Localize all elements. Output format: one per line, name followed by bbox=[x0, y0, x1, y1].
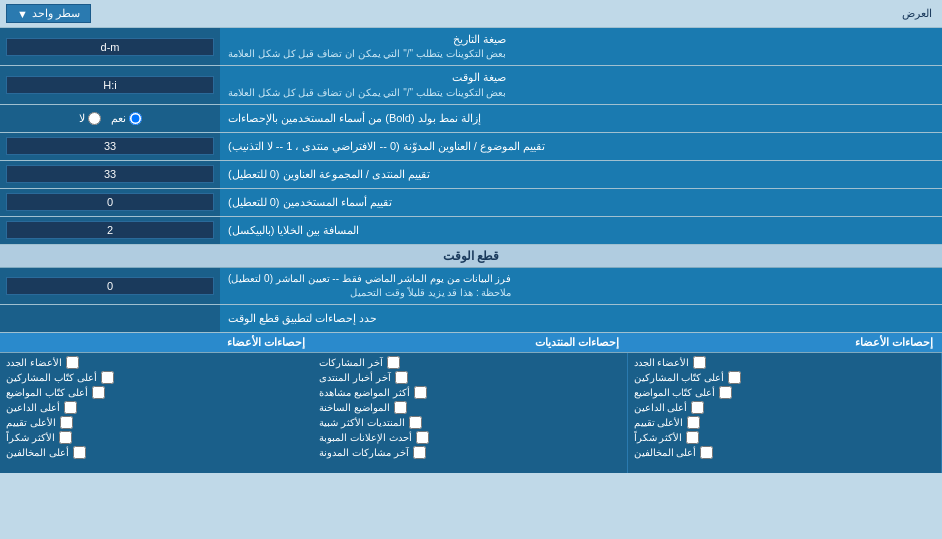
stats-item: المواضيع الساخنة bbox=[317, 400, 622, 415]
display-dropdown[interactable]: سطر واحد ▼ bbox=[6, 4, 91, 23]
cutoff-input[interactable] bbox=[6, 277, 214, 295]
stats-col-header-0: إحصاءات الأعضاء bbox=[0, 333, 313, 352]
stats-item: الأكثر شكراً bbox=[4, 430, 309, 445]
stats-checkbox[interactable] bbox=[66, 356, 79, 369]
dropdown-arrow-icon: ▼ bbox=[17, 8, 28, 20]
stats-col-1: آخر المشاركات آخر أخبار المنتدى أكثر الم… bbox=[313, 353, 627, 473]
stats-checkbox[interactable] bbox=[700, 446, 713, 459]
stats-checkbox[interactable] bbox=[687, 416, 700, 429]
forum-headings-row: تقييم المنتدى / المجموعة العناوين (0 للت… bbox=[0, 161, 942, 189]
cutoff-input-container bbox=[0, 268, 220, 304]
stats-checkbox[interactable] bbox=[92, 386, 105, 399]
stats-item: الأعلى تقييم bbox=[632, 415, 937, 430]
date-format-input-container bbox=[0, 28, 220, 65]
bold-names-label: إزالة نمط بولد (Bold) من أسماء المستخدمي… bbox=[220, 105, 942, 132]
stats-items-container: الأعضاء الجدد أعلى كتّاب المشاركين أعلى … bbox=[0, 353, 942, 473]
bold-names-row: إزالة نمط بولد (Bold) من أسماء المستخدمي… bbox=[0, 105, 942, 133]
date-format-row: صيغة التاريخ بعض التكوينات يتطلب "/" الت… bbox=[0, 28, 942, 66]
stats-header-spacer bbox=[0, 305, 220, 332]
stats-checkbox[interactable] bbox=[719, 386, 732, 399]
stats-col-header-1: إحصاءات المنتديات bbox=[313, 333, 627, 352]
stats-item: آخر مشاركات المدونة bbox=[317, 445, 622, 460]
top-row-label: العرض bbox=[91, 7, 936, 20]
stats-col-0: الأعضاء الجدد أعلى كتّاب المشاركين أعلى … bbox=[0, 353, 313, 473]
stats-item: الأعضاء الجدد bbox=[632, 355, 937, 370]
radio-no[interactable] bbox=[88, 112, 101, 125]
topic-headings-label: تقييم الموضوع / العناوين المدوّنة (0 -- … bbox=[220, 133, 942, 160]
stats-checkbox[interactable] bbox=[60, 416, 73, 429]
stats-item: الأكثر شكراً bbox=[632, 430, 937, 445]
stats-checkbox[interactable] bbox=[64, 401, 77, 414]
time-format-input-container bbox=[0, 66, 220, 103]
stats-item: الأعضاء الجدد bbox=[4, 355, 309, 370]
stats-checkbox[interactable] bbox=[101, 371, 114, 384]
stats-item: آخر أخبار المنتدى bbox=[317, 370, 622, 385]
stats-checkbox[interactable] bbox=[394, 401, 407, 414]
stats-item: أعلى المخالفين bbox=[4, 445, 309, 460]
topic-headings-input-container bbox=[0, 133, 220, 160]
radio-no-label: لا bbox=[79, 112, 101, 125]
stats-checkbox[interactable] bbox=[728, 371, 741, 384]
stats-checkbox[interactable] bbox=[73, 446, 86, 459]
dropdown-label: سطر واحد bbox=[32, 7, 80, 20]
stats-checkbox[interactable] bbox=[59, 431, 72, 444]
stats-col-header-2: إحصاءات الأعضاء bbox=[628, 333, 942, 352]
top-row: العرض سطر واحد ▼ bbox=[0, 0, 942, 28]
radio-yes[interactable] bbox=[129, 112, 142, 125]
time-format-label: صيغة الوقت بعض التكوينات يتطلب "/" التي … bbox=[220, 66, 942, 103]
forum-headings-label: تقييم المنتدى / المجموعة العناوين (0 للت… bbox=[220, 161, 942, 188]
radio-yes-label: نعم bbox=[111, 112, 142, 125]
stats-item: أعلى المخالفين bbox=[632, 445, 937, 460]
stats-col-headers: إحصاءات الأعضاء إحصاءات المنتديات إحصاءا… bbox=[0, 333, 942, 353]
stats-checkbox[interactable] bbox=[414, 386, 427, 399]
stats-header-row: حدد إحصاءات لتطبيق قطع الوقت bbox=[0, 305, 942, 333]
bold-names-radio-container: نعم لا bbox=[0, 105, 220, 132]
date-format-input[interactable] bbox=[6, 38, 214, 56]
forum-headings-input-container bbox=[0, 161, 220, 188]
stats-checkbox[interactable] bbox=[691, 401, 704, 414]
topic-headings-input[interactable] bbox=[6, 137, 214, 155]
time-format-row: صيغة الوقت بعض التكوينات يتطلب "/" التي … bbox=[0, 66, 942, 104]
stats-checkbox[interactable] bbox=[686, 431, 699, 444]
stats-item: أكثر المواضيع مشاهدة bbox=[317, 385, 622, 400]
stats-checkbox[interactable] bbox=[387, 356, 400, 369]
forum-headings-input[interactable] bbox=[6, 165, 214, 183]
stats-checkbox[interactable] bbox=[693, 356, 706, 369]
cell-spacing-input[interactable] bbox=[6, 221, 214, 239]
cell-spacing-input-container bbox=[0, 217, 220, 244]
usernames-label: تقييم أسماء المستخدمين (0 للتعطيل) bbox=[220, 189, 942, 216]
stats-checkbox[interactable] bbox=[409, 416, 422, 429]
usernames-row: تقييم أسماء المستخدمين (0 للتعطيل) bbox=[0, 189, 942, 217]
stats-item: أعلى كتّاب المشاركين bbox=[632, 370, 937, 385]
stats-item: أعلى كتّاب المواضيع bbox=[632, 385, 937, 400]
date-format-label: صيغة التاريخ بعض التكوينات يتطلب "/" الت… bbox=[220, 28, 942, 65]
stats-header-label: حدد إحصاءات لتطبيق قطع الوقت bbox=[220, 305, 942, 332]
cutoff-section-header: قطع الوقت bbox=[0, 245, 942, 268]
usernames-input-container bbox=[0, 189, 220, 216]
stats-col-2: الأعضاء الجدد أعلى كتّاب المشاركين أعلى … bbox=[628, 353, 942, 473]
stats-item: أعلى الداعين bbox=[4, 400, 309, 415]
stats-checkbox[interactable] bbox=[395, 371, 408, 384]
stats-item: أعلى الداعين bbox=[632, 400, 937, 415]
topic-headings-row: تقييم الموضوع / العناوين المدوّنة (0 -- … bbox=[0, 133, 942, 161]
cutoff-label: فرز البيانات من يوم الماشر الماضي فقط --… bbox=[220, 268, 942, 304]
stats-checkbox[interactable] bbox=[413, 446, 426, 459]
cell-spacing-label: المسافة بين الخلايا (بالبيكسل) bbox=[220, 217, 942, 244]
cell-spacing-row: المسافة بين الخلايا (بالبيكسل) bbox=[0, 217, 942, 245]
cutoff-row: فرز البيانات من يوم الماشر الماضي فقط --… bbox=[0, 268, 942, 305]
stats-item: الأعلى تقييم bbox=[4, 415, 309, 430]
stats-item: أحدث الإعلانات المبوبة bbox=[317, 430, 622, 445]
stats-item: أعلى كتّاب المشاركين bbox=[4, 370, 309, 385]
stats-item: المنتديات الأكثر شبية bbox=[317, 415, 622, 430]
usernames-input[interactable] bbox=[6, 193, 214, 211]
stats-checkbox[interactable] bbox=[416, 431, 429, 444]
stats-item: آخر المشاركات bbox=[317, 355, 622, 370]
stats-item: أعلى كتّاب المواضيع bbox=[4, 385, 309, 400]
time-format-input[interactable] bbox=[6, 76, 214, 94]
